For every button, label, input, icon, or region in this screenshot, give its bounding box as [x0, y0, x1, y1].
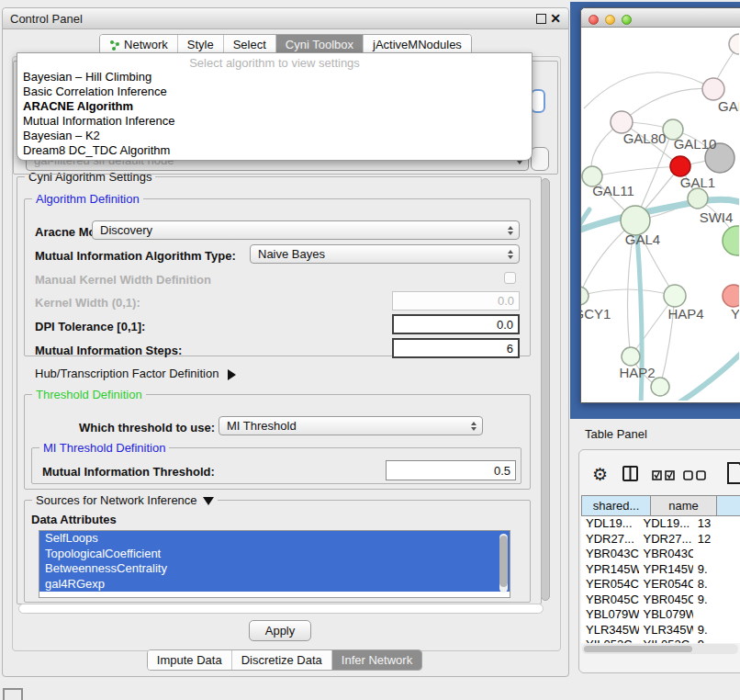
network-node[interactable] [651, 378, 669, 396]
focused-spinner-fragment[interactable] [531, 89, 545, 113]
column-header-2[interactable] [717, 495, 740, 516]
algorithm-option-bayesian-hill-climbing[interactable]: Bayesian – Hill Climbing [17, 70, 532, 85]
table-cell[interactable]: 9. [693, 562, 740, 578]
tab-impute-data[interactable]: Impute Data [148, 650, 231, 670]
algorithm-option-mutual-information-inference[interactable]: Mutual Information Inference [17, 114, 532, 129]
network-edge[interactable] [622, 88, 713, 122]
network-edge-thick[interactable] [581, 209, 589, 268]
table-cell[interactable]: YIL052C [581, 638, 639, 643]
network-node-gal1[interactable] [670, 156, 690, 176]
network-node-gal[interactable] [702, 78, 724, 100]
table-cell[interactable]: YBR045C [581, 593, 639, 608]
apply-button[interactable]: Apply [249, 620, 311, 641]
sources-title[interactable]: Sources for Network Inference [32, 493, 218, 507]
aracne-mode-combobox[interactable]: Discovery [92, 220, 520, 240]
network-canvas[interactable]: GALGAL80GAL10GAL1GAL11SWI4GAL4GCY1HAP4YH… [581, 27, 739, 401]
network-edge[interactable] [592, 166, 680, 176]
table-cell[interactable]: YBR043C [581, 547, 639, 562]
table-header[interactable]: shared...name [581, 495, 740, 516]
table-row[interactable]: YLR345WYLR345W9. [581, 623, 740, 638]
table-cell[interactable]: YLR345W [639, 623, 693, 638]
column-header-name[interactable]: name [651, 495, 717, 516]
table-cell[interactable]: YIL052C [639, 638, 693, 643]
network-node[interactable] [729, 34, 739, 54]
table-cell[interactable]: YPR145W [581, 562, 639, 578]
hub-expander[interactable]: Hub/Transcription Factor Definition [35, 367, 236, 380]
table-row[interactable]: YPR145WYPR145W9. [581, 562, 740, 578]
table-row[interactable]: YIL052CYIL052C9 [581, 638, 740, 643]
network-node-y[interactable] [723, 285, 739, 307]
table-cell[interactable]: YDR27... [581, 532, 639, 548]
tab-select[interactable]: Select [223, 35, 275, 54]
zoom-traffic-light[interactable] [622, 15, 632, 25]
table-row[interactable]: YDL19...YDL19...13 [581, 516, 740, 532]
table-cell[interactable]: 12 [693, 532, 740, 548]
attribute-item-gal4rgexp[interactable]: gal4RGexp [39, 577, 510, 593]
network-node-hap2[interactable] [622, 347, 640, 366]
table-cell[interactable]: 8. [693, 577, 740, 593]
algorithm-option-aracne-algorithm[interactable]: ARACNE Algorithm [17, 99, 532, 114]
table-cell[interactable]: 9. [693, 593, 740, 608]
file-icon[interactable] [727, 462, 740, 484]
table-row[interactable]: YBR043CYBR043C [581, 547, 740, 562]
table-row[interactable]: YDR27...YDR27...12 [581, 532, 740, 548]
columns-icon[interactable] [622, 466, 638, 481]
table-cell[interactable]: YBL079W [639, 607, 693, 623]
close-traffic-light[interactable] [589, 15, 599, 25]
network-edge-thick[interactable] [676, 349, 739, 401]
table-row[interactable]: YER054CYER054C8. [581, 577, 740, 593]
attribute-item-betweennesscentrality[interactable]: BetweennessCentrality [39, 561, 510, 577]
attribute-item-selfloops[interactable]: SelfLoops [39, 531, 510, 547]
table-cell[interactable]: YBL079W [581, 607, 639, 623]
table-cell[interactable]: YDL19... [639, 516, 693, 532]
network-node-gcy1[interactable] [581, 287, 589, 305]
network-node-hap4[interactable] [664, 285, 686, 307]
which-threshold-combobox[interactable]: MI Threshold [219, 416, 483, 435]
minimize-traffic-light[interactable] [605, 15, 615, 25]
tab-network[interactable]: Network [100, 35, 177, 54]
tab-cyni-toolbox[interactable]: Cyni Toolbox [275, 35, 363, 54]
table-cell[interactable]: 13 [693, 516, 740, 532]
tab-discretize-data[interactable]: Discretize Data [231, 650, 331, 670]
manual-kernel-checkbox[interactable] [504, 272, 516, 284]
table-cell[interactable]: YDL19... [581, 516, 639, 532]
minimized-panel-icon[interactable] [3, 688, 23, 700]
table-cell[interactable]: YPR145W [639, 562, 693, 578]
algorithm-option-basic-correlation-inference[interactable]: Basic Correlation Inference [17, 85, 532, 99]
table-body[interactable]: YDL19...YDL19...13YDR27...YDR27...12YBR0… [581, 516, 740, 643]
algorithm-option-bayesian-k2[interactable]: Bayesian – K2 [17, 129, 532, 143]
mi-type-combobox[interactable]: Naive Bayes [250, 244, 520, 264]
kernel-width-field[interactable]: 0.0 [392, 291, 520, 310]
dpi-tolerance-field[interactable]: 0.0 [392, 314, 520, 334]
tab-jactivemnodules[interactable]: jActiveMNodules [363, 35, 471, 54]
tab-style[interactable]: Style [177, 35, 223, 54]
list-vertical-scrollbar[interactable] [499, 534, 508, 593]
network-node-swi4[interactable] [688, 188, 708, 209]
column-header-shared[interactable]: shared... [581, 495, 651, 516]
table-cell[interactable]: 9. [693, 623, 740, 638]
table-cell[interactable]: YLR345W [581, 623, 639, 638]
settings-vertical-scrollbar-thumb[interactable] [541, 178, 550, 601]
table-horizontal-scrollbar[interactable] [582, 644, 738, 654]
mi-steps-field[interactable]: 6 [392, 338, 520, 358]
button-fragment[interactable] [531, 147, 549, 171]
network-window-titlebar[interactable] [581, 8, 740, 28]
network-node[interactable] [723, 226, 739, 255]
table-row[interactable]: YBL079WYBL079W [581, 607, 740, 623]
table-cell[interactable]: YBR043C [639, 547, 693, 562]
table-cell[interactable] [693, 607, 740, 623]
table-horizontal-scrollbar-thumb[interactable] [584, 646, 692, 652]
tab-infer-network[interactable]: Infer Network [331, 650, 421, 670]
algorithm-option-dream8-dc-tdc-algorithm[interactable]: Dream8 DC_TDC Algorithm [17, 143, 532, 158]
settings-horizontal-scrollbar[interactable] [18, 604, 544, 614]
table-cell[interactable] [693, 547, 740, 562]
table-cell[interactable]: 9 [693, 638, 740, 643]
mi-threshold-field[interactable]: 0.5 [386, 460, 516, 480]
select-all-icon[interactable] [652, 470, 676, 480]
float-icon[interactable] [536, 14, 546, 24]
table-row[interactable]: YBR045CYBR045C9. [581, 593, 740, 608]
table-cell[interactable]: YDR27... [639, 532, 693, 548]
close-icon[interactable]: ✕ [550, 12, 561, 25]
data-attributes-list[interactable]: SelfLoopsTopologicalCoefficientBetweenne… [39, 530, 510, 598]
table-cell[interactable]: YER054C [581, 577, 639, 593]
